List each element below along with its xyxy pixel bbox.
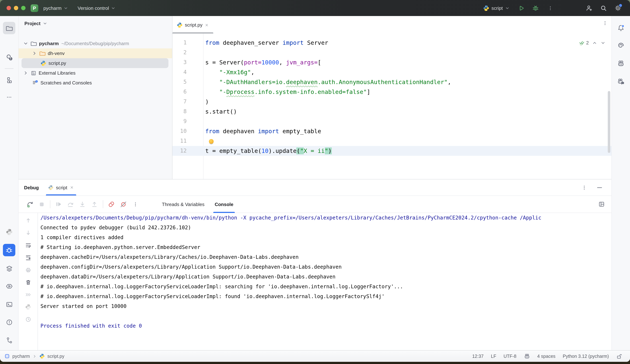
console-line: deephaven.configDir=/Users/alexpeters/Li…	[40, 262, 612, 272]
vcs-menu[interactable]: Version control	[78, 5, 116, 11]
tab-console[interactable]: Console	[210, 196, 238, 212]
resume-button[interactable]	[53, 199, 64, 209]
python-console-button[interactable]	[23, 302, 33, 312]
line-separator[interactable]: LF	[491, 354, 496, 359]
toolwindow-project-button[interactable]	[3, 22, 15, 34]
toolwindow-problems-button[interactable]	[3, 316, 15, 328]
close-icon[interactable]	[70, 185, 74, 190]
toolwindow-services-button[interactable]	[3, 262, 15, 274]
code-line[interactable]: 11	[172, 136, 612, 146]
debug-toolbar: Threads & Variables Console	[18, 196, 612, 213]
tree-item-project-root[interactable]: pycharm ~/Documents/Debug/pip/pycharm	[18, 39, 172, 48]
close-window-button[interactable]	[6, 6, 11, 10]
tree-item-label: dh-venv	[48, 51, 65, 56]
ai-assistant-button[interactable]	[615, 39, 627, 52]
debug-toolbar-more-menu[interactable]	[130, 199, 140, 209]
tab-threads-variables[interactable]: Threads & Variables	[157, 196, 210, 212]
code-line[interactable]: 10from deephaven import empty_table	[172, 126, 612, 136]
toolwindow-debug-button[interactable]	[3, 244, 15, 256]
kebab-icon[interactable]	[582, 185, 587, 190]
soft-wrap-button[interactable]	[23, 240, 33, 250]
cursor-position[interactable]: 12:37	[472, 354, 484, 359]
project-menu[interactable]: pycharm	[44, 5, 68, 11]
toolbar-divider	[50, 200, 50, 208]
code-with-me-button[interactable]	[583, 2, 594, 13]
toolwindow-run-button[interactable]	[3, 280, 15, 292]
rerun-debug-button[interactable]	[24, 199, 35, 209]
step-into-button[interactable]	[77, 199, 88, 209]
stop-button[interactable]	[36, 199, 47, 209]
hide-panel-icon[interactable]	[596, 184, 603, 190]
copilot-chat-button[interactable]	[615, 75, 627, 88]
console-up-button[interactable]	[23, 215, 33, 225]
editor-tab-script-py[interactable]: script.py	[172, 16, 214, 33]
code-line[interactable]: 3s = Server(port=10000, jvm_args=[	[172, 57, 612, 67]
editor-scrollbar[interactable]	[608, 91, 610, 153]
code-line[interactable]: 5 "-DAuthHandlers=io.deephaven.auth.Anon…	[172, 77, 612, 87]
tree-item-path: ~/Documents/Debug/pip/pycharm	[61, 41, 129, 46]
step-out-button[interactable]	[89, 199, 100, 209]
toolwindow-structure-button[interactable]	[3, 74, 15, 86]
code-line[interactable]: 7)	[172, 97, 612, 107]
mute-breakpoints-button[interactable]	[118, 199, 128, 209]
code-line[interactable]: 6 "-Dprocess.info.system-info.enabled=fa…	[172, 87, 612, 97]
console-down-button[interactable]	[23, 227, 33, 238]
mute-breakpoints-icon	[120, 201, 127, 208]
interpreter-setting[interactable]: Python 3.12 (pycharm)	[563, 354, 609, 359]
next-problem-icon[interactable]	[600, 40, 606, 45]
code-line[interactable]: 12t = empty_table(10).update("X = ii")	[172, 146, 612, 156]
close-icon[interactable]	[205, 23, 209, 27]
prev-problem-icon[interactable]	[592, 40, 597, 45]
tree-item-script-py[interactable]: script.py	[22, 58, 168, 68]
notifications-button[interactable]	[615, 22, 627, 34]
editor-body[interactable]: 1from deephaven_server import Server23s …	[172, 33, 612, 179]
pycharm-logo-badge[interactable]: P	[30, 4, 38, 12]
more-actions-menu[interactable]	[545, 2, 556, 13]
debug-session-tab[interactable]: script	[44, 180, 78, 195]
run-configuration-select[interactable]: script	[483, 5, 510, 11]
project-tree: pycharm ~/Documents/Debug/pip/pycharm dh…	[18, 39, 172, 88]
more-toolwindows-button[interactable]	[3, 91, 15, 103]
clear-console-button[interactable]	[23, 277, 33, 287]
toolwindow-user-question-button[interactable]	[3, 51, 15, 63]
code-line[interactable]: 8s.start()	[172, 107, 612, 117]
project-panel-header[interactable]: Project	[18, 16, 172, 30]
intention-bulb-icon[interactable]	[209, 139, 214, 144]
inspections-widget[interactable]: 2	[578, 38, 606, 48]
zoom-window-button[interactable]	[21, 6, 26, 10]
view-breakpoints-button[interactable]	[106, 199, 116, 209]
code-line[interactable]: 2	[172, 48, 612, 57]
code-line[interactable]: 4 "-Xmx16g",	[172, 67, 612, 77]
toolwindow-terminal-button[interactable]	[3, 298, 15, 311]
console-line: deephaven.cacheDir=/Users/alexpeters/Lib…	[40, 252, 612, 262]
library-icon	[30, 70, 36, 76]
file-encoding[interactable]: UTF-8	[504, 354, 516, 359]
copilot-button[interactable]	[615, 57, 627, 69]
indent-setting[interactable]: 4 spaces	[537, 354, 556, 359]
step-over-button[interactable]	[65, 199, 76, 209]
scroll-to-end-button[interactable]	[23, 252, 33, 262]
robot-status-icon[interactable]	[524, 353, 530, 359]
editor-tab-options-menu[interactable]	[602, 20, 608, 26]
code-line[interactable]: 9	[172, 117, 612, 126]
debug-button[interactable]	[530, 2, 541, 13]
chevron-down-icon	[64, 6, 68, 10]
tree-item-external-libraries[interactable]: External Libraries	[18, 68, 172, 78]
run-button[interactable]	[516, 2, 526, 13]
console-output[interactable]: /Users/alexpeters/Documents/Debug/pip/py…	[38, 213, 612, 350]
console-prompt-button[interactable]	[23, 289, 33, 300]
settings-button[interactable]	[612, 2, 624, 13]
triple-chevron-icon	[26, 293, 30, 296]
code-line[interactable]: 1from deephaven_server import Server	[172, 38, 612, 48]
toolwindow-vcs-button[interactable]	[3, 334, 15, 346]
history-button[interactable]	[23, 314, 33, 324]
search-everywhere-button[interactable]	[598, 2, 609, 13]
toolwindow-python-packages-button[interactable]	[3, 226, 15, 238]
layout-settings-button[interactable]	[598, 201, 605, 207]
tree-item-dh-venv[interactable]: dh-venv	[18, 48, 172, 58]
unlock-icon[interactable]	[616, 353, 622, 359]
tree-item-scratches[interactable]: Scratches and Consoles	[18, 78, 172, 88]
minimize-window-button[interactable]	[14, 6, 18, 10]
status-breadcrumb[interactable]: pycharm script.py	[0, 354, 64, 359]
print-button[interactable]	[23, 265, 33, 275]
